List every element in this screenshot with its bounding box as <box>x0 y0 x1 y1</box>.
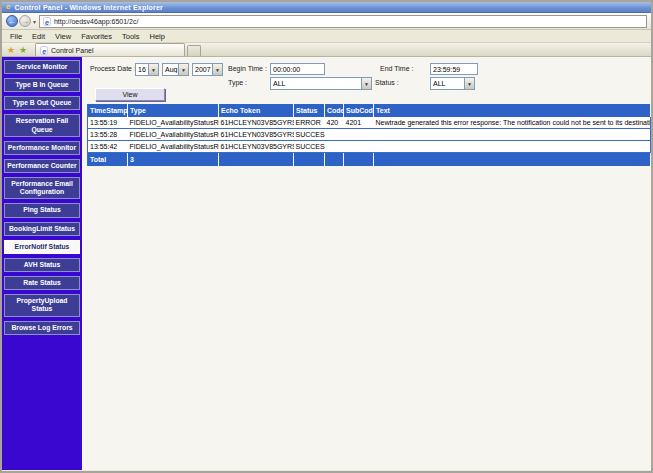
add-favorite-icon[interactable]: ★ <box>19 44 27 56</box>
sidebar-item-avh-status[interactable]: AVH Status <box>4 258 80 272</box>
date-day-select[interactable]: 16▼ <box>135 63 159 76</box>
sidebar-item-performance-monitor[interactable]: Performance Monitor <box>4 141 80 155</box>
begin-time-input[interactable] <box>270 63 325 75</box>
total-label: Total <box>88 153 128 167</box>
table-header-row: TimeStampTypeEcho TokenStatusCodeSubCode… <box>88 104 651 117</box>
menu-favorites[interactable]: Favorites <box>77 31 118 42</box>
table-cell: Newtrade generated this error response: … <box>374 117 651 129</box>
column-header-text: Text <box>374 104 651 117</box>
table-cell: FIDELIO_AvailabilityStatusRQ <box>128 117 219 129</box>
sidebar-item-type-b-in-queue[interactable]: Type B In Queue <box>4 78 80 92</box>
table-cell <box>344 129 374 141</box>
error-notif-table: TimeStampTypeEcho TokenStatusCodeSubCode… <box>87 104 651 166</box>
tab-control-panel[interactable]: e Control Panel <box>35 43 185 56</box>
url-field[interactable]: e http://oedsv46app:6501/2c/ <box>39 15 647 28</box>
type-label: Type : <box>228 79 247 86</box>
menu-tools[interactable]: Tools <box>118 31 146 42</box>
table-cell <box>325 141 344 153</box>
table-cell: 61HCLEYN03V85GYRSNOS <box>219 117 294 129</box>
table-cell: FIDELIO_AvailabilityStatusRQ <box>128 141 219 153</box>
chevron-down-icon: ▼ <box>212 64 222 75</box>
chevron-down-icon: ▼ <box>464 78 474 89</box>
table-cell <box>344 141 374 153</box>
forward-button[interactable]: → <box>19 15 31 27</box>
sidebar-item-performance-email-configuration[interactable]: Performance Email Configuration <box>4 177 80 199</box>
favorites-center-icon[interactable]: ★ <box>7 44 15 56</box>
table-body: 13:55:19FIDELIO_AvailabilityStatusRQ61HC… <box>88 117 651 153</box>
table-cell: SUCCESS <box>294 129 325 141</box>
tab-favicon-icon: e <box>40 46 48 55</box>
view-button[interactable]: View <box>95 88 165 101</box>
main-panel: Process Date : 16▼ Aug▼ 2007▼ Begin Time… <box>82 57 651 470</box>
sidebar-item-rate-status[interactable]: Rate Status <box>4 276 80 290</box>
total-value: 3 <box>128 153 219 167</box>
url-text: http://oedsv46app:6501/2c/ <box>54 18 138 25</box>
table-cell: ERROR <box>294 117 325 129</box>
sidebar-item-reservation-fail-queue[interactable]: Reservation Fail Queue <box>4 114 80 136</box>
table-cell: 420 <box>325 117 344 129</box>
table-cell <box>374 129 651 141</box>
column-header-subcode: SubCode <box>344 104 374 117</box>
menu-view[interactable]: View <box>51 31 77 42</box>
tab-bar: ★ ★ e Control Panel <box>2 43 651 57</box>
table-cell <box>374 141 651 153</box>
table-cell: FIDELIO_AvailabilityStatusRQ <box>128 129 219 141</box>
chevron-down-icon: ▼ <box>361 78 371 89</box>
table-row: 13:55:42FIDELIO_AvailabilityStatusRQ61HC… <box>88 141 651 153</box>
status-label: Status : <box>375 79 399 86</box>
sidebar-nav: Service MonitorType B In QueueType B Out… <box>2 57 82 470</box>
chevron-down-icon: ▼ <box>178 64 188 75</box>
table-cell: 61HCLEYN03V85GYRSNOS <box>219 141 294 153</box>
table-cell: 13:55:28 <box>88 129 128 141</box>
sidebar-item-browse-log-errors[interactable]: Browse Log Errors <box>4 321 80 335</box>
column-header-code: Code <box>325 104 344 117</box>
sidebar-item-propertyupload-status[interactable]: PropertyUpload Status <box>4 294 80 316</box>
browser-window: e Control Panel - Windows Internet Explo… <box>0 0 653 473</box>
ie-logo-icon: e <box>5 3 11 11</box>
table-row: 13:55:19FIDELIO_AvailabilityStatusRQ61HC… <box>88 117 651 129</box>
sidebar-item-type-b-out-queue[interactable]: Type B Out Queue <box>4 96 80 110</box>
table-cell: 13:55:42 <box>88 141 128 153</box>
content-area: Service MonitorType B In QueueType B Out… <box>2 57 651 470</box>
menu-bar: FileEditViewFavoritesToolsHelp <box>2 30 651 43</box>
table-cell: 61HCLEYN03V85GYRSNOS <box>219 129 294 141</box>
chevron-down-icon: ▼ <box>148 64 158 75</box>
sidebar-item-service-monitor[interactable]: Service Monitor <box>4 60 80 74</box>
process-date-label: Process Date : <box>90 65 136 72</box>
date-month-select[interactable]: Aug▼ <box>162 63 189 76</box>
address-bar: ← → ▾ e http://oedsv46app:6501/2c/ <box>2 13 651 30</box>
column-header-echo-token: Echo Token <box>219 104 294 117</box>
table-row: 13:55:28FIDELIO_AvailabilityStatusRQ61HC… <box>88 129 651 141</box>
table-cell: 4201 <box>344 117 374 129</box>
history-dropdown-icon[interactable]: ▾ <box>33 18 36 25</box>
begin-time-label: Begin Time : <box>228 65 267 72</box>
sidebar-item-errornotif-status[interactable]: ErrorNotif Status <box>4 240 80 254</box>
menu-file[interactable]: File <box>6 31 28 42</box>
end-time-input[interactable] <box>430 63 478 75</box>
window-title: Control Panel - Windows Internet Explore… <box>14 4 163 11</box>
menu-edit[interactable]: Edit <box>28 31 51 42</box>
tab-label: Control Panel <box>51 47 93 54</box>
title-bar[interactable]: e Control Panel - Windows Internet Explo… <box>2 2 651 13</box>
column-header-type: Type <box>128 104 219 117</box>
table-total-row: Total 3 <box>88 153 651 167</box>
sidebar-item-performance-counter[interactable]: Performance Counter <box>4 159 80 173</box>
back-button[interactable]: ← <box>6 15 18 27</box>
menu-help[interactable]: Help <box>146 31 171 42</box>
new-tab-button[interactable] <box>187 45 201 56</box>
page-favicon-icon: e <box>43 17 51 26</box>
table-cell: 13:55:19 <box>88 117 128 129</box>
column-header-status: Status <box>294 104 325 117</box>
end-time-label: End Time : <box>380 65 413 72</box>
sidebar-item-bookinglimit-status[interactable]: BookingLimit Status <box>4 222 80 236</box>
table-cell: SUCCESS <box>294 141 325 153</box>
type-select[interactable]: ALL▼ <box>270 77 372 90</box>
table-cell <box>325 129 344 141</box>
sidebar-item-ping-status[interactable]: Ping Status <box>4 203 80 217</box>
column-header-timestamp: TimeStamp <box>88 104 128 117</box>
status-select[interactable]: ALL▼ <box>430 77 475 90</box>
date-year-select[interactable]: 2007▼ <box>192 63 223 76</box>
